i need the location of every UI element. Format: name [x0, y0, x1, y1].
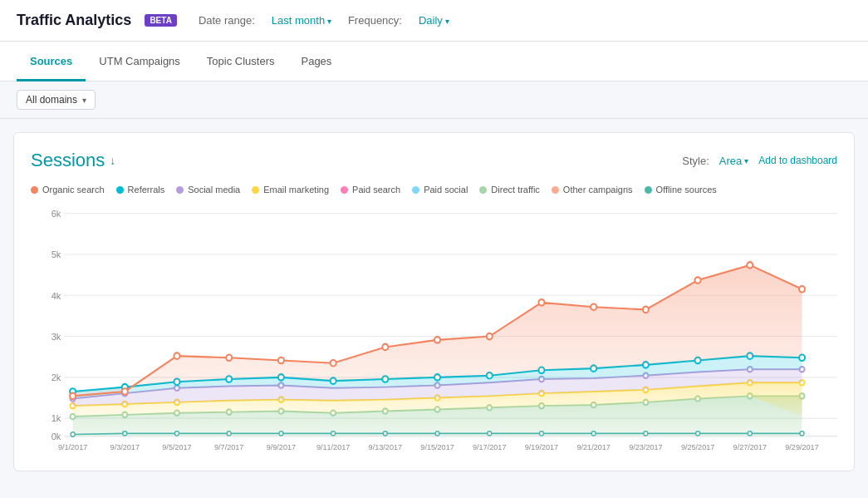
- legend-label-organic: Organic search: [42, 185, 105, 195]
- svg-point-68: [382, 344, 388, 351]
- date-range-value[interactable]: Last month: [272, 14, 331, 27]
- legend-social-media[interactable]: Social media: [176, 185, 240, 195]
- add-dashboard-button[interactable]: Add to dashboard: [758, 155, 837, 166]
- svg-text:5k: 5k: [51, 249, 61, 259]
- svg-text:9/1/2017: 9/1/2017: [58, 442, 87, 451]
- svg-text:9/13/2017: 9/13/2017: [369, 442, 402, 451]
- svg-point-87: [591, 431, 596, 436]
- legend-label-paid-social: Paid social: [424, 185, 468, 195]
- svg-text:9/19/2017: 9/19/2017: [525, 442, 558, 451]
- svg-point-76: [799, 286, 805, 293]
- frequency-label: Frequency:: [348, 14, 402, 27]
- domain-filter[interactable]: All domains: [17, 90, 96, 110]
- svg-point-62: [70, 393, 76, 400]
- svg-point-70: [487, 333, 493, 340]
- legend-dot-organic: [31, 186, 38, 194]
- legend-dot-email: [252, 186, 259, 194]
- legend-label-offline: Offline sources: [656, 185, 717, 195]
- svg-text:9/17/2017: 9/17/2017: [473, 442, 506, 451]
- svg-text:9/9/2017: 9/9/2017: [267, 442, 296, 451]
- legend-label-social: Social media: [188, 185, 240, 195]
- svg-text:9/7/2017: 9/7/2017: [214, 442, 243, 451]
- svg-text:9/3/2017: 9/3/2017: [110, 442, 140, 451]
- svg-point-64: [174, 353, 179, 359]
- svg-point-65: [226, 355, 232, 362]
- svg-point-88: [644, 431, 648, 436]
- svg-text:9/23/2017: 9/23/2017: [629, 442, 662, 451]
- legend-email-marketing[interactable]: Email marketing: [252, 185, 329, 195]
- app-title: Traffic Analytics: [17, 12, 131, 29]
- legend-dot-paid-search: [341, 186, 348, 194]
- frequency-value[interactable]: Daily: [419, 14, 449, 27]
- legend-label-email: Email marketing: [263, 185, 329, 195]
- svg-point-85: [488, 431, 492, 436]
- legend-dot-direct: [479, 186, 487, 194]
- svg-point-77: [71, 432, 75, 436]
- style-label: Style:: [682, 155, 709, 167]
- legend-dot-offline: [645, 186, 652, 194]
- legend-dot-other: [552, 186, 559, 194]
- date-range-label: Date range:: [199, 14, 255, 27]
- svg-point-67: [331, 360, 336, 367]
- legend-paid-search[interactable]: Paid search: [341, 185, 400, 195]
- svg-text:3k: 3k: [51, 332, 61, 342]
- legend-other-campaigns[interactable]: Other campaigns: [552, 185, 633, 195]
- svg-point-90: [748, 431, 752, 436]
- tab-utm-campaigns[interactable]: UTM Campaigns: [86, 43, 194, 81]
- svg-text:6k: 6k: [51, 209, 61, 219]
- svg-point-82: [331, 431, 336, 436]
- chart-title: Sessions ↓: [31, 150, 115, 171]
- svg-point-69: [434, 337, 440, 343]
- svg-text:1k: 1k: [51, 413, 61, 423]
- svg-text:9/11/2017: 9/11/2017: [316, 442, 350, 451]
- style-select[interactable]: Area: [719, 155, 748, 167]
- tab-topic-clusters[interactable]: Topic Clusters: [194, 43, 288, 81]
- legend-referrals[interactable]: Referrals: [116, 185, 165, 195]
- legend-label-direct: Direct traffic: [491, 185, 539, 195]
- filter-bar: All domains: [0, 81, 868, 119]
- svg-point-74: [695, 277, 701, 284]
- svg-point-79: [174, 431, 179, 436]
- chart-title-arrow[interactable]: ↓: [110, 154, 115, 167]
- svg-point-83: [383, 431, 387, 436]
- svg-text:9/15/2017: 9/15/2017: [420, 442, 454, 451]
- domain-filter-label: All domains: [26, 94, 77, 106]
- svg-point-75: [747, 262, 753, 269]
- svg-point-66: [278, 357, 284, 364]
- svg-text:9/21/2017: 9/21/2017: [576, 442, 610, 451]
- top-bar-controls: Date range: Last month Frequency: Daily: [199, 14, 449, 27]
- legend-dot-social: [176, 186, 184, 194]
- svg-point-86: [539, 431, 543, 436]
- svg-point-84: [435, 431, 439, 436]
- svg-point-80: [227, 431, 231, 436]
- svg-text:9/5/2017: 9/5/2017: [162, 442, 191, 451]
- beta-badge: BETA: [145, 14, 176, 27]
- legend-paid-social[interactable]: Paid social: [412, 185, 468, 195]
- legend-dot-referrals: [116, 186, 124, 194]
- svg-point-81: [279, 431, 283, 436]
- svg-point-78: [123, 431, 127, 436]
- chart-svg: 6k 5k 4k 3k 2k 1k 0k: [31, 205, 837, 454]
- svg-point-72: [591, 303, 596, 310]
- legend-label-other: Other campaigns: [563, 185, 633, 195]
- chart-area: 6k 5k 4k 3k 2k 1k 0k: [31, 205, 837, 454]
- svg-text:9/29/2017: 9/29/2017: [785, 442, 818, 451]
- svg-point-73: [643, 307, 649, 313]
- legend-direct-traffic[interactable]: Direct traffic: [479, 185, 539, 195]
- legend-organic-search[interactable]: Organic search: [31, 185, 105, 195]
- svg-point-91: [800, 431, 804, 436]
- chart-controls: Style: Area Add to dashboard: [682, 155, 837, 167]
- svg-text:0k: 0k: [51, 431, 61, 441]
- legend-dot-paid-social: [412, 186, 419, 194]
- legend-label-paid-search: Paid search: [352, 185, 400, 195]
- top-bar: Traffic Analytics BETA Date range: Last …: [0, 0, 868, 42]
- legend-label-referrals: Referrals: [128, 185, 165, 195]
- svg-text:4k: 4k: [51, 290, 61, 300]
- legend-offline-sources[interactable]: Offline sources: [645, 185, 717, 195]
- chart-container: Sessions ↓ Style: Area Add to dashboard …: [13, 132, 855, 471]
- svg-text:9/27/2017: 9/27/2017: [733, 442, 767, 451]
- chart-header: Sessions ↓ Style: Area Add to dashboard: [31, 150, 837, 171]
- tab-pages[interactable]: Pages: [287, 43, 345, 81]
- tabs-bar: Sources UTM Campaigns Topic Clusters Pag…: [0, 42, 868, 81]
- tab-sources[interactable]: Sources: [17, 43, 86, 81]
